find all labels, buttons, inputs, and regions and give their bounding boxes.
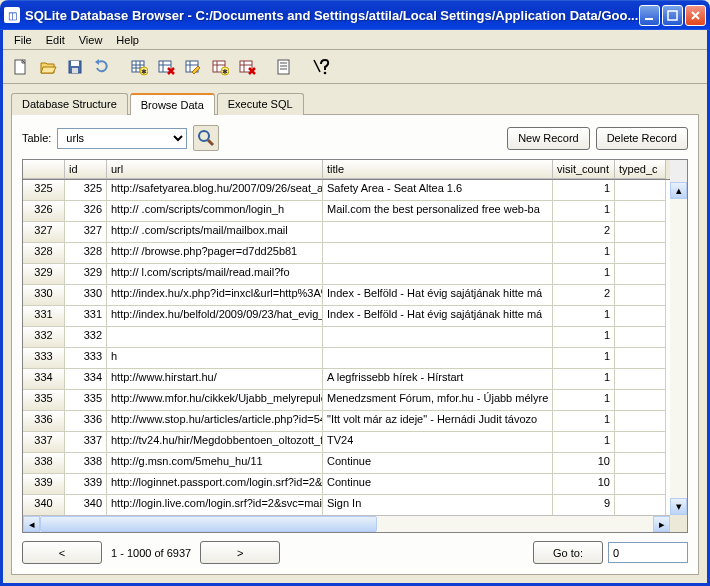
row-header[interactable]: 334 xyxy=(23,369,65,390)
menu-help[interactable]: Help xyxy=(109,32,146,48)
column-header-visit-count[interactable]: visit_count xyxy=(553,160,615,179)
log-icon[interactable] xyxy=(272,55,296,79)
cell-typed-c[interactable] xyxy=(615,306,666,327)
cell-typed-c[interactable] xyxy=(615,495,666,515)
cell-url[interactable]: http://loginnet.passport.com/login.srf?i… xyxy=(107,474,323,495)
scroll-thumb-horizontal[interactable] xyxy=(40,516,377,532)
cell-title[interactable]: Mail.com the best personalized free web-… xyxy=(323,201,553,222)
row-header[interactable]: 336 xyxy=(23,411,65,432)
row-header[interactable]: 339 xyxy=(23,474,65,495)
cell-title[interactable] xyxy=(323,222,553,243)
scroll-left-button[interactable]: ◂ xyxy=(23,516,40,532)
cell-url[interactable]: http://index.hu/x.php?id=inxcl&url=http%… xyxy=(107,285,323,306)
cell-id[interactable]: 336 xyxy=(65,411,107,432)
cell-visit-count[interactable]: 1 xyxy=(553,201,615,222)
cell-title[interactable]: Index - Belföld - Hat évig sajátjának hi… xyxy=(323,285,553,306)
cell-url[interactable]: http:// .com/scripts/common/login_h xyxy=(107,201,323,222)
menu-view[interactable]: View xyxy=(72,32,110,48)
cell-id[interactable]: 333 xyxy=(65,348,107,369)
delete-table-icon[interactable] xyxy=(154,55,178,79)
cell-id[interactable]: 334 xyxy=(65,369,107,390)
cell-id[interactable]: 335 xyxy=(65,390,107,411)
cell-id[interactable]: 328 xyxy=(65,243,107,264)
delete-index-icon[interactable] xyxy=(235,55,259,79)
cell-id[interactable]: 332 xyxy=(65,327,107,348)
cell-typed-c[interactable] xyxy=(615,411,666,432)
cell-url[interactable]: http://tv24.hu/hir/Megdobbentoen_oltozot… xyxy=(107,432,323,453)
goto-input[interactable] xyxy=(608,542,688,563)
row-header[interactable]: 327 xyxy=(23,222,65,243)
cell-title[interactable] xyxy=(323,327,553,348)
cell-typed-c[interactable] xyxy=(615,180,666,201)
cell-id[interactable]: 331 xyxy=(65,306,107,327)
column-header-title[interactable]: title xyxy=(323,160,553,179)
cell-title[interactable]: TV24 xyxy=(323,432,553,453)
row-header[interactable]: 329 xyxy=(23,264,65,285)
cell-title[interactable]: Continue xyxy=(323,474,553,495)
table-row[interactable]: 333333h1 xyxy=(23,348,670,369)
goto-button[interactable]: Go to: xyxy=(533,541,603,564)
cell-url[interactable]: http://g.msn.com/5mehu_hu/11 xyxy=(107,453,323,474)
cell-id[interactable]: 329 xyxy=(65,264,107,285)
pager-next-button[interactable]: > xyxy=(200,541,280,564)
row-header[interactable]: 333 xyxy=(23,348,65,369)
table-row[interactable]: 337337http://tv24.hu/hir/Megdobbentoen_o… xyxy=(23,432,670,453)
table-row[interactable]: 325325http://safetyarea.blog.hu/2007/09/… xyxy=(23,180,670,201)
cell-title[interactable]: Continue xyxy=(323,453,553,474)
row-header[interactable]: 326 xyxy=(23,201,65,222)
cell-visit-count[interactable]: 10 xyxy=(553,453,615,474)
create-index-icon[interactable]: ✱ xyxy=(208,55,232,79)
cell-title[interactable]: Sign In xyxy=(323,495,553,515)
cell-id[interactable]: 326 xyxy=(65,201,107,222)
cell-url[interactable]: http:// /browse.php?pager=d7dd25b81 xyxy=(107,243,323,264)
cell-url[interactable]: http://www.hirstart.hu/ xyxy=(107,369,323,390)
row-header[interactable]: 330 xyxy=(23,285,65,306)
table-select[interactable]: urls xyxy=(57,128,187,149)
table-row[interactable]: 335335http://www.mfor.hu/cikkek/Ujabb_me… xyxy=(23,390,670,411)
open-database-icon[interactable] xyxy=(36,55,60,79)
menu-file[interactable]: File xyxy=(7,32,39,48)
cell-typed-c[interactable] xyxy=(615,243,666,264)
cell-url[interactable]: http://www.mfor.hu/cikkek/Ujabb_melyrepu… xyxy=(107,390,323,411)
tab-database-structure[interactable]: Database Structure xyxy=(11,93,128,115)
vertical-scrollbar[interactable]: ▴ ▾ xyxy=(670,160,687,532)
cell-url[interactable]: http://login.live.com/login.srf?id=2&svc… xyxy=(107,495,323,515)
scroll-track-vertical[interactable] xyxy=(670,199,687,498)
cell-title[interactable] xyxy=(323,348,553,369)
cell-visit-count[interactable]: 1 xyxy=(553,243,615,264)
row-header[interactable]: 335 xyxy=(23,390,65,411)
minimize-button[interactable] xyxy=(639,5,660,26)
row-header[interactable]: 338 xyxy=(23,453,65,474)
cell-typed-c[interactable] xyxy=(615,222,666,243)
cell-url[interactable]: http://www.stop.hu/articles/article.php?… xyxy=(107,411,323,432)
cell-typed-c[interactable] xyxy=(615,285,666,306)
cell-visit-count[interactable]: 9 xyxy=(553,495,615,515)
menu-edit[interactable]: Edit xyxy=(39,32,72,48)
table-row[interactable]: 329329http:// l.com/scripts/mail/read.ma… xyxy=(23,264,670,285)
cell-visit-count[interactable]: 2 xyxy=(553,285,615,306)
cell-title[interactable]: A legfrissebb hírek - Hírstart xyxy=(323,369,553,390)
cell-visit-count[interactable]: 10 xyxy=(553,474,615,495)
tab-execute-sql[interactable]: Execute SQL xyxy=(217,93,304,115)
create-table-icon[interactable]: ✱ xyxy=(127,55,151,79)
row-header[interactable]: 332 xyxy=(23,327,65,348)
row-header[interactable]: 340 xyxy=(23,495,65,515)
cell-id[interactable]: 337 xyxy=(65,432,107,453)
cell-id[interactable]: 327 xyxy=(65,222,107,243)
table-row[interactable]: 328328http:// /browse.php?pager=d7dd25b8… xyxy=(23,243,670,264)
cell-visit-count[interactable]: 1 xyxy=(553,348,615,369)
table-row[interactable]: 3323321 xyxy=(23,327,670,348)
revert-icon[interactable] xyxy=(90,55,114,79)
cell-id[interactable]: 338 xyxy=(65,453,107,474)
cell-typed-c[interactable] xyxy=(615,390,666,411)
cell-visit-count[interactable]: 2 xyxy=(553,222,615,243)
cell-id[interactable]: 330 xyxy=(65,285,107,306)
new-database-icon[interactable] xyxy=(9,55,33,79)
tab-browse-data[interactable]: Browse Data xyxy=(130,93,215,115)
row-header[interactable]: 337 xyxy=(23,432,65,453)
column-header-id[interactable]: id xyxy=(65,160,107,179)
search-button[interactable] xyxy=(193,125,219,151)
horizontal-scrollbar[interactable]: ◂ ▸ xyxy=(23,515,670,532)
column-header-typed-c[interactable]: typed_c xyxy=(615,160,666,179)
cell-url[interactable]: http:// .com/scripts/mail/mailbox.mail xyxy=(107,222,323,243)
